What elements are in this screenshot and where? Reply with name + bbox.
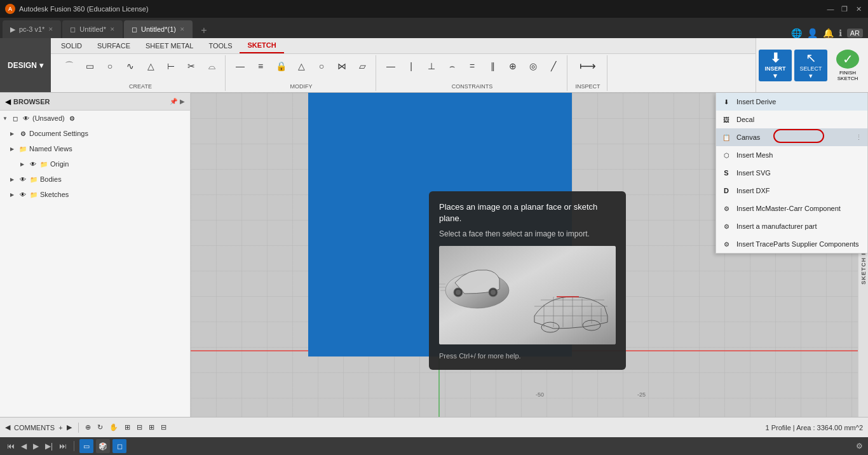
fastforward-button[interactable]: ⏭ [57, 440, 69, 452]
browser-expand-icon[interactable]: ▶ [180, 98, 185, 105]
tool-collinear[interactable]: ╱ [544, 57, 563, 76]
tool-circle2[interactable]: ○ [312, 57, 331, 76]
tool-parallel[interactable]: ∥ [483, 57, 502, 76]
tool-lock[interactable]: 🔒 [271, 57, 290, 76]
toolbar-content: ⌒ ▭ ○ ∿ △ ⊢ ✂ ⌓ CREATE — ≡ 🔒 △ ○ [51, 54, 756, 92]
user-icon[interactable]: 👤 [807, 28, 818, 38]
tool-line-ext[interactable]: ⊢ [161, 57, 180, 76]
2d-view-button[interactable]: ▭ [79, 439, 93, 453]
comments-expand-icon[interactable]: ▶ [67, 423, 72, 431]
tool-scissors[interactable]: ✂ [182, 57, 201, 76]
display-mode-icon[interactable]: ⊟ [137, 423, 142, 431]
rewind-button[interactable]: ⏮ [5, 440, 17, 452]
tab-untitled[interactable]: ◻ Untitled* ✕ [62, 20, 123, 38]
comments-label: COMMENTS [14, 424, 55, 431]
tab-sheet-metal[interactable]: SHEET METAL [138, 38, 201, 53]
tool-construction[interactable]: — [231, 57, 250, 76]
play-button[interactable]: ▶ [31, 440, 41, 452]
tool-pattern[interactable]: ≡ [251, 57, 270, 76]
doc-expand-icon: ▶ [10, 131, 17, 137]
pan2-icon[interactable]: ✋ [109, 423, 118, 431]
tab-close-icon[interactable]: ✕ [110, 26, 115, 32]
browser-sketches[interactable]: ▶ 👁 📁 Sketches [0, 187, 190, 202]
bodies-expand-icon: ▶ [10, 177, 17, 182]
expand-icon[interactable]: ◀ [5, 423, 10, 431]
minimize-button[interactable]: — [826, 4, 835, 13]
browser-origin[interactable]: ▶ 👁 📁 Origin [0, 156, 190, 172]
tool-project[interactable]: ▱ [353, 57, 372, 76]
tool-rect[interactable]: ▭ [80, 57, 99, 76]
sketches-eye-icon[interactable]: 👁 [18, 190, 27, 199]
insert-derive-icon: ⬇ [721, 97, 731, 107]
eye-icon[interactable]: 👁 [22, 114, 31, 123]
tool-arc2[interactable]: ⌓ [202, 57, 221, 76]
select-button[interactable]: ↖ SELECT ▾ [794, 50, 827, 81]
dropdown-insert-mesh[interactable]: ⬡ Insert Mesh [716, 146, 867, 164]
tool-coincident[interactable]: ⊕ [503, 57, 522, 76]
dropdown-traceparts[interactable]: ⚙ Insert TraceParts Supplier Components [716, 235, 867, 253]
origin-eye-icon[interactable]: 👁 [29, 160, 37, 168]
next-button[interactable]: ▶| [43, 440, 55, 452]
grid-icon[interactable]: ⊞ [149, 423, 154, 431]
browser-bodies[interactable]: ▶ 👁 📁 Bodies [0, 172, 190, 187]
dropdown-canvas[interactable]: 📋 Canvas ⋮ [716, 128, 867, 146]
design-button[interactable]: DESIGN ▾ [0, 38, 51, 92]
3d-view-button[interactable]: 🎲 [96, 439, 110, 453]
prev-button[interactable]: ◀ [19, 440, 29, 452]
tool-triangle[interactable]: △ [292, 57, 311, 76]
tool-measure[interactable]: ⟼ [573, 57, 603, 76]
finish-sketch-button[interactable]: ✓ FINISH SKETCH [830, 50, 865, 81]
tool-v-constraint[interactable]: | [402, 57, 421, 76]
tab-surface[interactable]: SURFACE [90, 38, 138, 53]
browser-doc-settings[interactable]: ▶ ⚙ Document Settings [0, 126, 190, 141]
browser-named-views[interactable]: ▶ 📁 Named Views [0, 141, 190, 156]
tool-equal[interactable]: = [463, 57, 482, 76]
canvas-area[interactable]: -25 -50 -75 -100 Places an image on a pl… [191, 93, 868, 417]
close-button[interactable]: ✕ [854, 4, 863, 13]
tool-polygon[interactable]: △ [141, 57, 160, 76]
tool-concentric[interactable]: ◎ [524, 57, 543, 76]
viewport-icon[interactable]: ⊟ [161, 423, 166, 431]
tab-close-icon[interactable]: ✕ [180, 26, 185, 32]
dropdown-insert-svg[interactable]: S Insert SVG [716, 164, 867, 182]
insert-button-active[interactable]: ⬇ INSERT ▾ [759, 50, 792, 81]
tool-tan[interactable]: ⌢ [442, 57, 461, 76]
tab-tools[interactable]: TOOLS [201, 38, 240, 53]
insert-svg-label: Insert SVG [736, 169, 771, 177]
tool-circle[interactable]: ○ [100, 57, 119, 76]
maximize-button[interactable]: ❐ [840, 4, 849, 13]
bodies-eye-icon[interactable]: 👁 [18, 175, 27, 184]
tab-pc3[interactable]: ▶ pc-3 v1* ✕ [3, 20, 61, 38]
tab-label: Untitled* [79, 25, 106, 33]
browser-collapse-icon[interactable]: ◀ [5, 97, 11, 106]
tab-close-icon[interactable]: ✕ [48, 26, 53, 32]
tab-untitled1[interactable]: ◻ Untitled*(1) ✕ [124, 20, 193, 38]
comments-add-icon[interactable]: + [58, 424, 62, 431]
pan-icon[interactable]: ⊕ [85, 423, 91, 431]
orbit-icon[interactable]: ↻ [97, 423, 103, 431]
tab-solid[interactable]: SOLID [53, 38, 90, 53]
canvas-highlight-outline [773, 129, 824, 143]
settings-icon[interactable]: ⚙ [856, 442, 863, 451]
info-icon[interactable]: ℹ [839, 28, 842, 38]
dropdown-insert-derive[interactable]: ⬇ Insert Derive [716, 93, 867, 111]
browser-root-item[interactable]: ▼ ◻ 👁 (Unsaved) ⚙ [0, 111, 190, 126]
tool-mirror[interactable]: ⋈ [332, 57, 351, 76]
origin-expand-icon: ▶ [20, 161, 27, 167]
dropdown-manufacturer[interactable]: ⚙ Insert a manufacturer part [716, 217, 867, 235]
dropdown-decal[interactable]: 🖼 Decal [716, 111, 867, 128]
dropdown-insert-dxf[interactable]: D Insert DXF [716, 182, 867, 200]
tool-spline[interactable]: ∿ [121, 57, 140, 76]
zoom-fit-icon[interactable]: ⊞ [125, 423, 130, 431]
settings-gear-icon[interactable]: ⚙ [69, 115, 75, 122]
help-icon[interactable]: 🌐 [791, 28, 802, 38]
tool-arc[interactable]: ⌒ [60, 57, 79, 76]
tool-h-constraint[interactable]: — [381, 57, 400, 76]
browser-pin-icon[interactable]: 📌 [170, 98, 177, 105]
new-tab-button[interactable]: + [196, 23, 212, 38]
notification-icon[interactable]: 🔔 [823, 28, 834, 38]
tool-perp[interactable]: ⊥ [422, 57, 441, 76]
cube-view-button[interactable]: ◻ [112, 439, 126, 453]
tab-sketch[interactable]: SKETCH [240, 38, 283, 53]
dropdown-mcmaster[interactable]: ⚙ Insert McMaster-Carr Component [716, 200, 867, 217]
